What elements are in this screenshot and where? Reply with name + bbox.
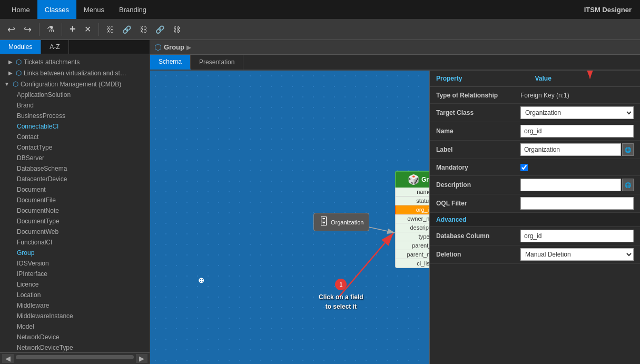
- sidebar-item-contact[interactable]: Contact: [0, 132, 150, 142]
- sidebar-item-dbserver[interactable]: DBServer: [0, 153, 150, 163]
- group-field-name[interactable]: name: [395, 188, 429, 196]
- sidebar-item-middleware[interactable]: Middleware: [0, 300, 150, 311]
- property-col-label: Property: [436, 75, 535, 82]
- breadcrumb-arrow: ▶: [186, 44, 191, 51]
- tab-schema[interactable]: Schema: [150, 55, 191, 70]
- props-row-relationship: Type of Relationship Foreign Key (n:1): [430, 87, 640, 104]
- group-field-description[interactable]: description: [395, 223, 429, 232]
- description-input-group: 🌐: [520, 179, 634, 191]
- sidebar-item-contacttype[interactable]: ContactType: [0, 142, 150, 153]
- sidebar-item-location[interactable]: Location: [0, 290, 150, 300]
- scroll-indicator: [16, 355, 134, 359]
- nav-home[interactable]: Home: [4, 0, 37, 19]
- sidebar-scroll-bar: ◀ ▶: [0, 352, 150, 364]
- sidebar-item-model[interactable]: Model: [0, 321, 150, 332]
- sidebar-item-functionalci[interactable]: FunctionalCI: [0, 237, 150, 248]
- tab-presentation[interactable]: Presentation: [191, 55, 243, 70]
- sidebar-item-tickets[interactable]: ▶ ⬡ Tickets attachments: [0, 56, 150, 67]
- nav-classes[interactable]: Classes: [37, 0, 76, 19]
- sidebar-item-networkdevice[interactable]: NetworkDevice: [0, 332, 150, 342]
- undo-button[interactable]: ↩: [4, 22, 18, 37]
- sidebar-item-business[interactable]: BusinessProcess: [0, 111, 150, 121]
- sidebar-item-brand[interactable]: Brand: [0, 100, 150, 111]
- group-node: 🎲 Group ⊕ name status org_id owner_name …: [395, 171, 429, 268]
- link5-button[interactable]: ⛓: [170, 23, 183, 36]
- props-row-targetclass: Target Class Organization: [430, 104, 640, 122]
- sidebar-item-links[interactable]: ▶ ⬡ Links between virtualization and sto…: [0, 67, 150, 78]
- sidebar-item-documentnote[interactable]: DocumentNote: [0, 205, 150, 216]
- stack-icon: ⬡: [16, 69, 22, 77]
- group-field-type[interactable]: type: [395, 232, 429, 241]
- delete-button[interactable]: ✕: [81, 22, 94, 36]
- label-description: Description: [436, 181, 520, 189]
- props-row-oqlfilter: OQL Filter: [430, 194, 640, 213]
- link2-button[interactable]: 🔗: [119, 23, 134, 36]
- input-name[interactable]: [520, 125, 634, 137]
- sidebar-item-iosversion[interactable]: IOSVersion: [0, 258, 150, 269]
- org-node[interactable]: 🗄 Organization: [313, 213, 369, 231]
- input-description[interactable]: [520, 179, 621, 191]
- toolbar: ↩ ↪ ⚗ + ✕ ⛓ 🔗 ⛓ 🔗 ⛓: [0, 19, 640, 40]
- props-row-mandatory: Mandatory: [430, 159, 640, 176]
- test-button[interactable]: ⚗: [44, 22, 57, 36]
- expand-arrow: ▶: [8, 59, 13, 65]
- sidebar-item-documentfile[interactable]: DocumentFile: [0, 195, 150, 205]
- input-oqlfilter[interactable]: [520, 197, 634, 210]
- sidebar-item-document[interactable]: Document: [0, 184, 150, 195]
- sidebar-item-cmdb[interactable]: ▼ ⬡ Configuration Management (CMDB): [0, 78, 150, 90]
- top-nav: Home Classes Menus Branding ITSM Designe…: [0, 0, 640, 19]
- sidebar-item-connectable[interactable]: ConnectableCI: [0, 121, 150, 132]
- sidebar-item-middlewareinstance[interactable]: MiddlewareInstance: [0, 311, 150, 321]
- redo-button[interactable]: ↪: [21, 22, 35, 37]
- add-button[interactable]: +: [66, 21, 79, 37]
- group-field-orgid[interactable]: org_id: [395, 205, 429, 214]
- group-field-cilist[interactable]: ci_list: [395, 259, 429, 268]
- props-row-dbcolumn: Database Column: [430, 227, 640, 245]
- value-relationship: Foreign Key (n:1): [520, 92, 634, 99]
- toolbar-sep-2: [62, 23, 62, 36]
- input-label[interactable]: [520, 143, 621, 156]
- breadcrumb-icon: ⬡: [154, 42, 162, 52]
- nav-branding[interactable]: Branding: [112, 0, 154, 19]
- sidebar-item-app-solution[interactable]: ApplicationSolution: [0, 90, 150, 100]
- sidebar-item-group[interactable]: Group: [0, 248, 150, 258]
- group-title: Group: [421, 176, 429, 183]
- sidebar-item-datacenter[interactable]: DatacenterDevice: [0, 174, 150, 184]
- props-row-label: Label 🌐: [430, 141, 640, 159]
- group-field-parentid[interactable]: parent_id: [395, 241, 429, 250]
- group-node-header: 🎲 Group ⊕: [395, 171, 429, 188]
- expand-icon: ⊕: [198, 276, 204, 284]
- link1-button[interactable]: ⛓: [103, 23, 117, 36]
- tab-az[interactable]: A-Z: [41, 40, 68, 54]
- sidebar-item-documenttype[interactable]: DocumentType: [0, 216, 150, 227]
- sidebar: Modules A-Z ▶ ⬡ Tickets attachments ▶ ⬡ …: [0, 40, 150, 364]
- group-field-status[interactable]: status: [395, 196, 429, 205]
- scroll-up-btn[interactable]: ◀: [2, 354, 14, 363]
- label-relationship: Type of Relationship: [436, 92, 520, 99]
- group-field-ownername[interactable]: owner_name: [395, 214, 429, 223]
- select-targetclass[interactable]: Organization: [520, 106, 634, 119]
- lang-btn-label[interactable]: 🌐: [622, 143, 634, 156]
- canvas[interactable]: 🗄 Organization 🎲 Group ⊕ name status org…: [150, 71, 429, 364]
- input-dbcolumn[interactable]: [520, 230, 634, 242]
- expand-arrow: ▶: [8, 70, 13, 76]
- label-targetclass: Target Class: [436, 109, 520, 116]
- nav-menus[interactable]: Menus: [76, 0, 112, 19]
- toolbar-sep-1: [39, 23, 40, 36]
- sidebar-item-ipinterface[interactable]: IPInterface: [0, 269, 150, 279]
- annotation-2-arrow-svg: [585, 71, 616, 84]
- checkbox-mandatory[interactable]: [520, 164, 528, 171]
- sidebar-item-networkdevicetype[interactable]: NetworkDeviceType: [0, 342, 150, 352]
- sidebar-item-licence[interactable]: Licence: [0, 279, 150, 290]
- group-field-parentname[interactable]: parent_name: [395, 250, 429, 259]
- sidebar-item-dbschema[interactable]: DatabaseSchema: [0, 163, 150, 174]
- stack-icon: ⬡: [13, 80, 18, 88]
- select-deletion[interactable]: Manual Deletion: [520, 248, 634, 261]
- tab-modules[interactable]: Modules: [0, 40, 41, 54]
- sidebar-item-documentweb[interactable]: DocumentWeb: [0, 227, 150, 237]
- link4-button[interactable]: 🔗: [152, 23, 168, 36]
- lang-btn-description[interactable]: 🌐: [622, 179, 634, 191]
- main-layout: Modules A-Z ▶ ⬡ Tickets attachments ▶ ⬡ …: [0, 40, 640, 364]
- link3-button[interactable]: ⛓: [136, 23, 150, 36]
- scroll-down-btn[interactable]: ▶: [136, 354, 147, 363]
